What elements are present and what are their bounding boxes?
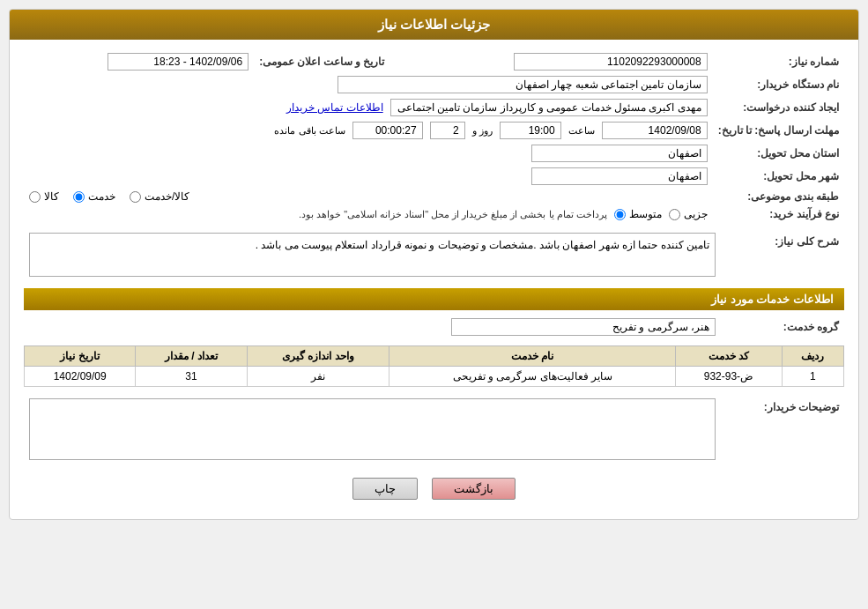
col-radif: ردیف bbox=[782, 346, 843, 367]
mohlet-label: مهلت ارسال پاسخ: تا تاریخ: bbox=[713, 119, 844, 142]
print-button[interactable]: چاپ bbox=[352, 478, 418, 500]
tabaqe-khadamat-option[interactable]: خدمت bbox=[73, 190, 115, 203]
shahr-input[interactable] bbox=[531, 167, 708, 185]
tarikh-aalan-label: تاریخ و ساعت اعلان عمومی: bbox=[254, 50, 402, 73]
cell-radif: 1 bbox=[782, 367, 843, 387]
ijad-konande-input[interactable] bbox=[390, 99, 708, 116]
col-name: نام خدمت bbox=[389, 346, 676, 367]
back-button[interactable]: بازگشت bbox=[432, 478, 516, 500]
cell-date: 1402/09/09 bbox=[25, 367, 136, 387]
shomara-niaz-input[interactable] bbox=[514, 53, 708, 71]
mohlet-days-input[interactable] bbox=[430, 122, 465, 139]
mohlet-remaining-input[interactable] bbox=[352, 122, 423, 139]
services-table: ردیف کد خدمت نام خدمت واحد اندازه گیری ت… bbox=[24, 345, 844, 387]
tabaqe-kala-radio[interactable] bbox=[29, 191, 41, 203]
services-section-header: اطلاعات خدمات مورد نیاز bbox=[24, 288, 844, 310]
nam-dastgah-label: نام دستگاه خریدار: bbox=[713, 73, 844, 96]
cell-code: ض-93-932 bbox=[676, 367, 782, 387]
page-title: جزئیات اطلاعات نیاز bbox=[378, 17, 490, 32]
col-qty: تعداد / مقدار bbox=[136, 346, 247, 367]
farayand-jozei-radio[interactable] bbox=[669, 209, 680, 220]
rooz-label: روز و bbox=[472, 125, 493, 137]
mohlet-time-input[interactable] bbox=[500, 122, 561, 139]
remaining-label: ساعت باقی مانده bbox=[274, 125, 345, 137]
sharh-niaz-text: تامین کننده حتما ازه شهر اصفهان باشد .مش… bbox=[29, 233, 716, 277]
nam-dastgah-input[interactable] bbox=[338, 76, 708, 93]
ijad-konande-label: ایجاد کننده درخواست: bbox=[713, 96, 844, 119]
farayand-note: پرداخت تمام یا بخشی از مبلغ خریدار از مح… bbox=[299, 209, 607, 220]
tarikh-aalan-input[interactable] bbox=[108, 53, 249, 71]
farayand-motavasset-radio[interactable] bbox=[614, 209, 626, 220]
mohlet-date-input[interactable] bbox=[602, 122, 708, 139]
farayand-jozei-option[interactable]: جزیی bbox=[669, 208, 708, 220]
tozihat-textarea[interactable] bbox=[29, 398, 716, 460]
nove-farayand-label: نوع فرآیند خرید: bbox=[713, 205, 844, 223]
farayand-motavasset-option[interactable]: متوسط bbox=[614, 208, 662, 220]
col-unit: واحد اندازه گیری bbox=[247, 346, 389, 367]
ostan-input[interactable] bbox=[531, 145, 708, 162]
sharh-label: شرح کلی نیاز: bbox=[721, 230, 844, 279]
tabaqe-label: طبقه بندی موضوعی: bbox=[713, 188, 844, 205]
grouh-khadamat-input[interactable] bbox=[451, 318, 716, 336]
shomara-niaz-label: شماره نیاز: bbox=[713, 50, 844, 73]
page-header: جزئیات اطلاعات نیاز bbox=[10, 10, 858, 40]
tabaqe-kala-khadamat-option[interactable]: کالا/خدمت bbox=[130, 190, 189, 203]
tamas-khardar-link[interactable]: اطلاعات تماس خریدار bbox=[286, 101, 383, 114]
tabaqe-khadamat-radio[interactable] bbox=[73, 191, 85, 203]
tabaqe-kala-khadamat-radio[interactable] bbox=[130, 191, 141, 203]
cell-qty: 31 bbox=[136, 367, 247, 387]
cell-name: سایر فعالیت‌های سرگرمی و تفریحی bbox=[389, 367, 676, 387]
table-row: 1 ض-93-932 سایر فعالیت‌های سرگرمی و تفری… bbox=[25, 367, 844, 387]
grouh-khadamat-label: گروه خدمت: bbox=[721, 316, 844, 338]
cell-unit: نفر bbox=[247, 367, 389, 387]
shahr-label: شهر محل تحویل: bbox=[713, 165, 844, 188]
bottom-buttons: بازگشت چاپ bbox=[24, 478, 844, 500]
tabaqe-kala-option[interactable]: کالا bbox=[29, 190, 59, 203]
col-code: کد خدمت bbox=[676, 346, 782, 367]
col-date: تاریخ نیاز bbox=[25, 346, 136, 367]
saaat-label: ساعت bbox=[568, 125, 595, 137]
tozihat-label: توضیحات خریدار: bbox=[721, 396, 844, 465]
ostan-label: استان محل تحویل: bbox=[713, 142, 844, 165]
